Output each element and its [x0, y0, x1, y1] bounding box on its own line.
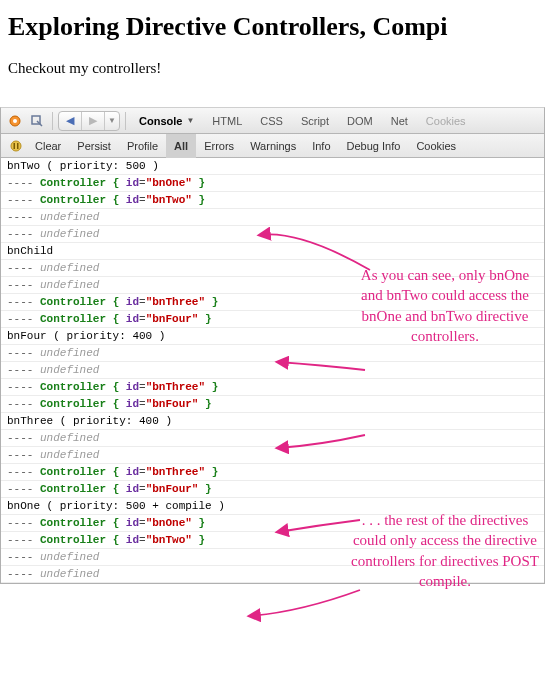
log-eq: = — [139, 313, 146, 325]
console-row: ---- Controller { id="bnThree" } — [1, 379, 544, 396]
log-value: "bnThree" — [146, 296, 205, 308]
log-dash: ---- — [7, 466, 40, 478]
log-dash: ---- — [7, 347, 40, 359]
console-row: ---- Controller { id="bnFour" } — [1, 396, 544, 413]
console-row: ---- undefined — [1, 362, 544, 379]
log-key: id — [126, 296, 139, 308]
log-brace-close: } — [205, 296, 218, 308]
filter-cookies[interactable]: Cookies — [408, 134, 464, 158]
log-key: id — [126, 483, 139, 495]
log-eq: = — [139, 194, 146, 206]
log-key: id — [126, 194, 139, 206]
log-value: "bnFour" — [146, 398, 199, 410]
tab-dom[interactable]: DOM — [339, 108, 381, 134]
devtools-toolbar: ◀ ▶ ▼ Console ▼ HTML CSS Script DOM Net … — [1, 108, 544, 134]
log-brace-open: { — [113, 296, 126, 308]
history-dropdown-icon[interactable]: ▼ — [105, 116, 119, 125]
console-row: bnFour ( priority: 400 ) — [1, 328, 544, 345]
tab-script[interactable]: Script — [293, 108, 337, 134]
svg-rect-5 — [17, 143, 19, 149]
log-key: id — [126, 466, 139, 478]
log-brace-close: } — [205, 381, 218, 393]
log-key: id — [126, 534, 139, 546]
log-undefined: undefined — [40, 432, 99, 444]
log-brace-close: } — [192, 194, 205, 206]
log-dash: ---- — [7, 449, 40, 461]
log-value: "bnFour" — [146, 313, 199, 325]
log-brace-open: { — [113, 177, 126, 189]
svg-point-1 — [13, 119, 17, 123]
log-undefined: undefined — [40, 279, 99, 291]
log-eq: = — [139, 381, 146, 393]
log-brace-close: } — [198, 313, 211, 325]
console-row: ---- Controller { id="bnFour" } — [1, 481, 544, 498]
filter-debug[interactable]: Debug Info — [339, 134, 409, 158]
log-dash: ---- — [7, 517, 40, 529]
log-text: bnOne ( priority: 500 + compile ) — [7, 500, 225, 512]
filter-info[interactable]: Info — [304, 134, 338, 158]
break-icon[interactable] — [5, 136, 27, 156]
console-row: bnTwo ( priority: 500 ) — [1, 158, 544, 175]
console-row: ---- Controller { id="bnTwo" } — [1, 532, 544, 549]
log-controller: Controller — [40, 194, 113, 206]
forward-arrow-icon[interactable]: ▶ — [82, 114, 104, 127]
log-undefined: undefined — [40, 449, 99, 461]
log-value: "bnThree" — [146, 466, 205, 478]
toolbar-separator — [52, 112, 53, 130]
log-dash: ---- — [7, 262, 40, 274]
firebug-icon[interactable] — [5, 111, 25, 131]
log-dash: ---- — [7, 364, 40, 376]
console-row: ---- undefined — [1, 549, 544, 566]
log-eq: = — [139, 398, 146, 410]
log-controller: Controller — [40, 483, 113, 495]
page-title: Exploring Directive Controllers, Compi — [8, 12, 545, 42]
log-brace-close: } — [192, 517, 205, 529]
page-subtitle: Checkout my controllers! — [8, 60, 545, 77]
console-row: ---- Controller { id="bnThree" } — [1, 464, 544, 481]
log-brace-close: } — [198, 398, 211, 410]
log-undefined: undefined — [40, 568, 99, 580]
log-text: bnFour ( priority: 400 ) — [7, 330, 165, 342]
filter-warnings[interactable]: Warnings — [242, 134, 304, 158]
log-text: bnThree ( priority: 400 ) — [7, 415, 172, 427]
log-brace-open: { — [113, 313, 126, 325]
console-row: ---- undefined — [1, 430, 544, 447]
console-output: bnTwo ( priority: 500 )---- Controller {… — [1, 158, 544, 583]
clear-button[interactable]: Clear — [27, 134, 69, 158]
log-brace-close: } — [205, 466, 218, 478]
tab-cookies[interactable]: Cookies — [418, 108, 474, 134]
log-brace-open: { — [113, 534, 126, 546]
history-nav[interactable]: ◀ ▶ ▼ — [58, 111, 120, 131]
tab-net[interactable]: Net — [383, 108, 416, 134]
log-undefined: undefined — [40, 347, 99, 359]
svg-rect-4 — [14, 143, 16, 149]
tab-console[interactable]: Console ▼ — [131, 108, 202, 134]
log-text: bnTwo ( priority: 500 ) — [7, 160, 159, 172]
log-value: "bnFour" — [146, 483, 199, 495]
profile-button[interactable]: Profile — [119, 134, 166, 158]
console-row: ---- Controller { id="bnFour" } — [1, 311, 544, 328]
log-value: "bnThree" — [146, 381, 205, 393]
log-eq: = — [139, 466, 146, 478]
filter-all[interactable]: All — [166, 134, 196, 158]
console-row: ---- undefined — [1, 260, 544, 277]
log-dash: ---- — [7, 534, 40, 546]
console-row: ---- undefined — [1, 209, 544, 226]
log-value: "bnTwo" — [146, 194, 192, 206]
filter-errors[interactable]: Errors — [196, 134, 242, 158]
back-arrow-icon[interactable]: ◀ — [59, 114, 81, 127]
log-brace-open: { — [113, 483, 126, 495]
log-value: "bnOne" — [146, 177, 192, 189]
tab-html[interactable]: HTML — [204, 108, 250, 134]
log-controller: Controller — [40, 381, 113, 393]
log-brace-open: { — [113, 398, 126, 410]
inspect-icon[interactable] — [27, 111, 47, 131]
log-undefined: undefined — [40, 211, 99, 223]
log-brace-open: { — [113, 194, 126, 206]
log-controller: Controller — [40, 296, 113, 308]
log-key: id — [126, 398, 139, 410]
persist-button[interactable]: Persist — [69, 134, 119, 158]
tab-css[interactable]: CSS — [252, 108, 291, 134]
log-undefined: undefined — [40, 262, 99, 274]
log-dash: ---- — [7, 483, 40, 495]
